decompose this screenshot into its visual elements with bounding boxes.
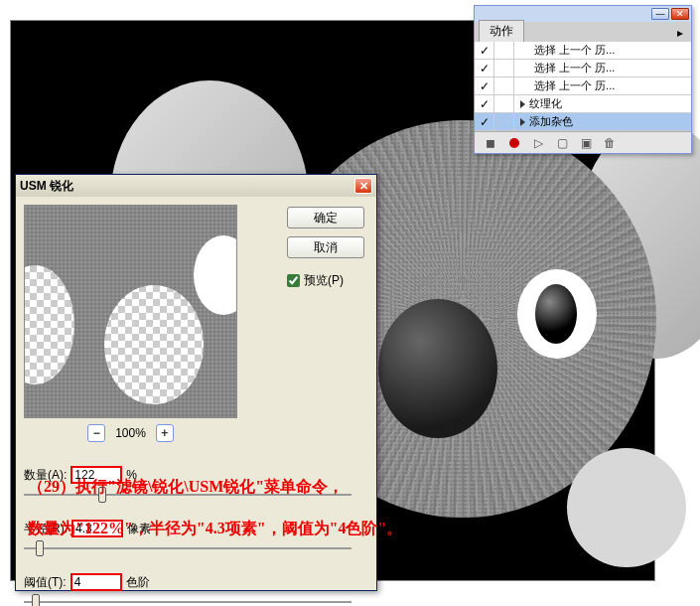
action-check-col[interactable]: ✓ [475, 113, 494, 130]
preview-shape [104, 285, 204, 404]
radius-slider[interactable] [24, 539, 351, 557]
action-name: 选择 上一个 历... [514, 43, 691, 58]
action-check-col[interactable]: ✓ [475, 42, 494, 59]
action-check-col[interactable]: ✓ [475, 95, 494, 112]
action-name: 选择 上一个 历... [514, 61, 691, 76]
trash-button[interactable]: 🗑 [602, 135, 618, 151]
actions-panel: — ✕ 动作 ▸ ✓选择 上一个 历...✓选择 上一个 历...✓选择 上一个… [474, 5, 692, 154]
tab-actions[interactable]: 动作 [479, 20, 524, 42]
ok-button[interactable]: 确定 [287, 207, 364, 228]
preview-shape [24, 265, 74, 384]
dialog-titlebar[interactable]: USM 锐化 ✕ [16, 175, 376, 197]
panel-minimize-button[interactable]: — [651, 8, 669, 20]
action-list: ✓选择 上一个 历...✓选择 上一个 历...✓选择 上一个 历...✓纹理化… [475, 42, 691, 131]
action-row[interactable]: ✓选择 上一个 历... [475, 42, 691, 60]
action-label: 选择 上一个 历... [534, 61, 615, 76]
preview-checkbox[interactable] [287, 274, 300, 287]
zoom-value: 100% [115, 426, 146, 440]
new-action-button[interactable]: ▣ [578, 135, 594, 151]
expand-arrow-icon[interactable] [520, 118, 525, 126]
action-row[interactable]: ✓纹理化 [475, 95, 691, 113]
action-icon-col[interactable] [494, 113, 514, 130]
action-row[interactable]: ✓选择 上一个 历... [475, 77, 691, 95]
action-icon-col[interactable] [494, 42, 514, 59]
koala-cheek [567, 448, 686, 567]
panel-menu-button[interactable]: ▸ [677, 26, 689, 38]
zoom-out-button[interactable]: − [87, 424, 105, 442]
preview-image[interactable] [24, 205, 237, 418]
action-check-col[interactable]: ✓ [475, 60, 494, 76]
new-set-button[interactable]: ▢ [554, 135, 570, 151]
action-name: 添加杂色 [514, 114, 691, 129]
dialog-title-text: USM 锐化 [20, 178, 73, 195]
stop-button[interactable]: ◼ [483, 135, 498, 151]
koala-pupil [535, 284, 577, 344]
action-label: 选择 上一个 历... [534, 43, 615, 58]
annotation-line-1: （29）执行"滤镜\锐化\USM锐化"菜单命令， [28, 477, 344, 498]
threshold-unit: 色阶 [126, 574, 150, 591]
panel-close-button[interactable]: ✕ [671, 8, 689, 20]
expand-arrow-icon[interactable] [520, 100, 525, 108]
annotation-line-2: 数量为"122%"，半径为"4.3项素"，阈值为"4色阶"。 [28, 519, 402, 539]
koala-nose [378, 299, 497, 438]
action-name: 选择 上一个 历... [514, 78, 691, 93]
record-icon [509, 138, 519, 148]
threshold-label: 阈值(T): [24, 574, 67, 591]
action-label: 纹理化 [529, 96, 562, 111]
preview-label: 预览(P) [304, 272, 344, 289]
action-name: 纹理化 [514, 96, 691, 111]
record-button[interactable] [506, 135, 522, 151]
cancel-button[interactable]: 取消 [287, 236, 364, 258]
panel-footer: ◼ ▷ ▢ ▣ 🗑 [475, 131, 691, 153]
action-icon-col[interactable] [494, 95, 514, 112]
play-button[interactable]: ▷ [530, 135, 546, 151]
preview-shape [194, 235, 237, 315]
action-icon-col[interactable] [494, 77, 514, 94]
action-check-col[interactable]: ✓ [475, 77, 494, 94]
threshold-slider[interactable] [24, 593, 351, 606]
action-row[interactable]: ✓选择 上一个 历... [475, 60, 691, 77]
zoom-in-button[interactable]: + [156, 424, 174, 442]
action-label: 添加杂色 [529, 114, 573, 129]
action-label: 选择 上一个 历... [534, 78, 615, 93]
dialog-close-button[interactable]: ✕ [354, 178, 372, 194]
action-row[interactable]: ✓添加杂色 [475, 113, 691, 131]
action-icon-col[interactable] [494, 60, 514, 76]
threshold-input[interactable] [70, 573, 122, 591]
